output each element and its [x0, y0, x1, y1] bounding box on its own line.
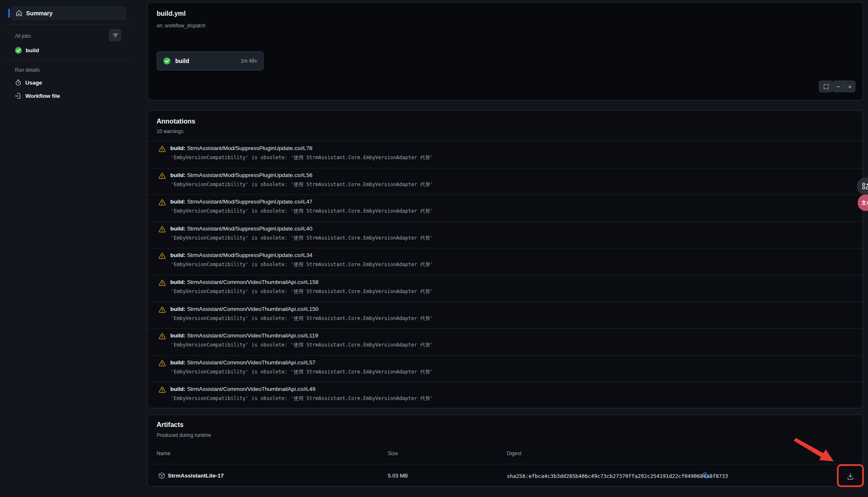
warning-icon — [159, 145, 166, 153]
zoom-out-button[interactable]: − — [833, 80, 844, 92]
usage-label: Usage — [25, 80, 42, 86]
filter-icon — [112, 32, 118, 39]
artifact-name[interactable]: StrmAssistantLite-17 — [168, 473, 224, 479]
file-code-icon — [15, 92, 22, 99]
annotation-row: build: StrmAssistant/Mod/SuppressPluginU… — [147, 248, 863, 275]
column-header-size: Size — [388, 451, 398, 456]
sidebar: Summary All jobs build Run details Usage… — [0, 0, 137, 497]
job-node-label: build — [175, 58, 236, 64]
copy-icon — [702, 472, 709, 479]
zoom-controls: − + — [833, 80, 856, 92]
sidebar-item-summary[interactable]: Summary — [11, 6, 126, 20]
annotation-title[interactable]: build: StrmAssistant/Mod/SuppressPluginU… — [170, 145, 312, 151]
download-artifact-button[interactable] — [841, 468, 860, 484]
annotation-title[interactable]: build: StrmAssistant/Common/VideoThumbna… — [170, 332, 318, 339]
sidebar-item-label: Summary — [26, 10, 53, 17]
workflow-trigger: on: workflow_dispatch — [157, 23, 206, 29]
artifact-size: 5.03 MB — [388, 473, 408, 479]
workflow-file-title: build.yml — [157, 10, 186, 17]
fit-view-icon — [823, 84, 829, 90]
sidebar-item-usage[interactable]: Usage — [11, 76, 126, 89]
annotation-title[interactable]: build: StrmAssistant/Mod/SuppressPluginU… — [170, 225, 312, 232]
annotation-message: 'EmbyVersionCompatibility' is obsolete: … — [171, 154, 433, 161]
annotation-message: 'EmbyVersionCompatibility' is obsolete: … — [171, 342, 433, 349]
squares-sparkle-icon — [862, 182, 868, 190]
annotation-title[interactable]: build: StrmAssistant/Mod/SuppressPluginU… — [170, 199, 312, 205]
annotation-row: build: StrmAssistant/Common/VideoThumbna… — [147, 275, 863, 302]
warning-icon — [159, 226, 166, 233]
warning-icon — [159, 172, 166, 179]
warning-icon — [159, 386, 166, 393]
annotation-title[interactable]: build: StrmAssistant/Mod/SuppressPluginU… — [170, 172, 312, 178]
warning-icon — [159, 199, 166, 206]
annotation-row: build: StrmAssistant/Mod/SuppressPluginU… — [147, 141, 863, 168]
artifacts-subtitle: Produced during runtime — [157, 432, 211, 438]
annotations-card: Annotations 10 warnings build: StrmAssis… — [147, 110, 863, 408]
artifact-row: StrmAssistantLite-17 5.03 MB sha256:efbc… — [147, 464, 863, 487]
run-details-label: Run details — [15, 67, 40, 73]
annotation-message: 'EmbyVersionCompatibility' is obsolete: … — [171, 369, 433, 376]
artifacts-card: Artifacts Produced during runtime Name S… — [147, 415, 863, 487]
copy-digest-button[interactable] — [701, 471, 710, 480]
warning-icon — [159, 279, 166, 286]
column-header-name: Name — [157, 451, 170, 456]
annotation-title[interactable]: build: StrmAssistant/Common/VideoThumbna… — [170, 386, 315, 392]
warning-icon — [159, 252, 166, 259]
annotations-count: 10 warnings — [157, 128, 184, 134]
annotation-message: 'EmbyVersionCompatibility' is obsolete: … — [171, 235, 433, 242]
annotation-row: build: StrmAssistant/Common/VideoThumbna… — [147, 328, 863, 355]
check-circle-icon — [15, 47, 22, 54]
active-item-indicator — [8, 9, 10, 18]
warning-icon — [159, 333, 166, 340]
annotation-row: build: StrmAssistant/Mod/SuppressPluginU… — [147, 194, 863, 221]
annotation-message: 'EmbyVersionCompatibility' is obsolete: … — [171, 261, 433, 268]
stopwatch-icon — [15, 79, 22, 86]
workflow-file-label: Workflow file — [25, 93, 60, 99]
check-circle-icon — [163, 57, 171, 65]
annotation-title[interactable]: build: StrmAssistant/Common/VideoThumbna… — [170, 359, 315, 366]
annotation-row: build: StrmAssistant/Common/VideoThumbna… — [147, 355, 863, 382]
annotation-message: 'EmbyVersionCompatibility' is obsolete: … — [171, 395, 433, 402]
sidebar-divider — [7, 24, 129, 24]
annotation-title[interactable]: build: StrmAssistant/Common/VideoThumbna… — [170, 306, 319, 312]
warning-icon — [159, 306, 166, 313]
annotation-message: 'EmbyVersionCompatibility' is obsolete: … — [171, 288, 433, 295]
job-duration: 1m 49s — [241, 58, 257, 64]
column-header-digest: Digest — [507, 451, 521, 456]
annotation-row: build: StrmAssistant/Mod/SuppressPluginU… — [147, 168, 863, 195]
sidebar-item-workflow-file[interactable]: Workflow file — [11, 90, 126, 102]
annotation-title[interactable]: build: StrmAssistant/Common/VideoThumbna… — [170, 279, 319, 285]
package-icon — [158, 472, 165, 479]
sidebar-divider — [7, 59, 129, 60]
warning-icon — [159, 360, 166, 367]
artifacts-title: Artifacts — [157, 421, 184, 429]
annotation-message: 'EmbyVersionCompatibility' is obsolete: … — [171, 208, 433, 215]
all-jobs-label: All jobs — [15, 33, 31, 39]
annotation-row: build: StrmAssistant/Common/VideoThumbna… — [147, 382, 863, 409]
artifact-digest: sha256:efbca4c3b3dd285b406c49c73cb27370f… — [507, 473, 728, 479]
job-label: build — [26, 47, 39, 53]
workflow-graph-card: build.yml on: workflow_dispatch build 1m… — [147, 2, 863, 100]
download-icon — [847, 473, 854, 480]
annotation-message: 'EmbyVersionCompatibility' is obsolete: … — [171, 315, 433, 322]
translate-icon: 文A — [861, 199, 868, 206]
job-node-build[interactable]: build 1m 49s — [157, 51, 264, 70]
annotation-message: 'EmbyVersionCompatibility' is obsolete: … — [171, 181, 433, 188]
annotation-row: build: StrmAssistant/Common/VideoThumbna… — [147, 302, 863, 329]
filter-jobs-button[interactable] — [109, 29, 121, 41]
sidebar-item-build[interactable]: build — [11, 44, 126, 56]
annotation-row: build: StrmAssistant/Mod/SuppressPluginU… — [147, 221, 863, 248]
annotation-title[interactable]: build: StrmAssistant/Mod/SuppressPluginU… — [170, 252, 312, 258]
annotations-title: Annotations — [157, 118, 195, 125]
zoom-in-button[interactable]: + — [844, 80, 856, 92]
fit-view-button[interactable] — [819, 80, 833, 92]
annotations-list: build: StrmAssistant/Mod/SuppressPluginU… — [147, 141, 863, 409]
home-icon — [16, 10, 22, 17]
